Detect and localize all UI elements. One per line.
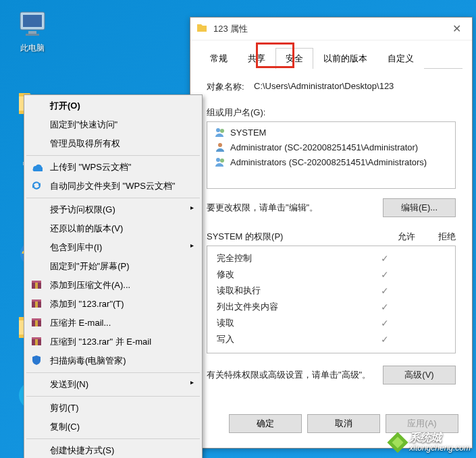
svg-rect-19 <box>32 337 41 339</box>
menu-include-lib[interactable]: 包含到库中(I) <box>26 238 201 257</box>
group-icon <box>214 126 226 138</box>
rar-icon <box>30 335 43 348</box>
close-button[interactable]: ✕ <box>441 18 472 40</box>
principal-administrator[interactable]: Administrator (SC-202008251451\Administr… <box>207 140 455 154</box>
perm-read-execute: 读取和执行✓ <box>207 283 455 299</box>
svg-rect-14 <box>35 302 38 308</box>
principals-list[interactable]: SYSTEM Administrator (SC-202008251451\Ad… <box>207 121 456 189</box>
menu-compress-123-email[interactable]: 压缩到 "123.rar" 并 E-mail <box>26 333 201 351</box>
svg-point-22 <box>220 129 224 133</box>
svg-rect-10 <box>32 281 41 283</box>
edit-hint: 要更改权限，请单击"编辑"。 <box>207 202 318 214</box>
menu-open[interactable]: 打开(O) <box>26 96 201 115</box>
edit-button[interactable]: 编辑(E)... <box>383 198 456 217</box>
cancel-button[interactable]: 取消 <box>307 414 380 433</box>
properties-dialog: 123 属性 ✕ 常规 共享 安全 以前的版本 自定义 对象名称: C:\Use… <box>190 17 473 449</box>
principal-system[interactable]: SYSTEM <box>207 125 455 140</box>
svg-rect-1 <box>23 15 42 27</box>
menu-compress-email[interactable]: 压缩并 E-mail... <box>26 314 201 333</box>
menu-add-123rar[interactable]: 添加到 "123.rar"(T) <box>26 295 201 314</box>
desktop-pc-icon[interactable]: 此电脑 <box>7 8 58 54</box>
perm-read: 读取✓ <box>207 315 455 331</box>
svg-rect-3 <box>26 34 39 36</box>
svg-point-24 <box>216 158 220 162</box>
svg-point-25 <box>220 159 224 163</box>
perm-modify: 修改✓ <box>207 266 455 283</box>
menu-separator <box>26 438 200 439</box>
object-name-label: 对象名称: <box>207 81 254 93</box>
check-icon: ✓ <box>365 318 405 328</box>
group-icon <box>214 156 226 168</box>
svg-point-23 <box>218 143 222 147</box>
tab-general[interactable]: 常规 <box>200 48 238 69</box>
rar-icon <box>30 316 43 329</box>
menu-separator <box>26 198 200 198</box>
check-icon: ✓ <box>365 302 405 312</box>
object-path: C:\Users\Administrator\Desktop\123 <box>254 81 456 93</box>
svg-rect-11 <box>35 283 38 289</box>
check-icon: ✓ <box>365 285 405 296</box>
shield-icon <box>30 353 43 367</box>
menu-restore-version[interactable]: 还原以前的版本(V) <box>26 219 201 238</box>
watermark-title: 系统城 <box>409 432 471 444</box>
menu-scan-virus[interactable]: 扫描病毒(电脑管家) <box>26 351 201 370</box>
tabs: 常规 共享 安全 以前的版本 自定义 <box>200 47 462 69</box>
context-menu: 打开(O) 固定到"快速访问" 管理员取得所有权 上传到 "WPS云文档" 自动… <box>24 94 203 458</box>
menu-separator <box>26 372 200 373</box>
titlebar[interactable]: 123 属性 ✕ <box>190 18 472 40</box>
menu-shortcut[interactable]: 创建快捷方式(S) <box>26 441 201 458</box>
ok-button[interactable]: 确定 <box>229 414 302 433</box>
menu-pin-start[interactable]: 固定到"开始"屏幕(P) <box>26 257 201 276</box>
menu-copy[interactable]: 复制(C) <box>26 418 201 436</box>
dialog-footer: 确定 取消 应用(A) <box>190 414 472 433</box>
svg-rect-16 <box>32 318 41 320</box>
watermark-url: xitongcheng.com <box>409 444 471 453</box>
group-users-label: 组或用户名(G): <box>207 107 456 119</box>
check-icon: ✓ <box>365 253 405 264</box>
tab-previous-versions[interactable]: 以前的版本 <box>313 48 377 69</box>
permissions-list[interactable]: 完全控制✓ 修改✓ 读取和执行✓ 列出文件夹内容✓ 读取✓ 写入✓ <box>207 246 456 353</box>
perm-list-folder: 列出文件夹内容✓ <box>207 299 455 315</box>
allow-column: 允许 <box>398 231 415 243</box>
check-icon: ✓ <box>365 334 405 345</box>
svg-rect-2 <box>28 31 36 34</box>
watermark-logo-icon <box>388 432 408 453</box>
apply-button[interactable]: 应用(A) <box>386 414 458 433</box>
menu-add-archive[interactable]: 添加到压缩文件(A)... <box>26 276 201 295</box>
rar-icon <box>30 297 43 310</box>
sync-icon <box>30 179 43 192</box>
perm-write: 写入✓ <box>207 331 455 347</box>
menu-send-to[interactable]: 发送到(N) <box>26 375 201 394</box>
menu-upload-wps[interactable]: 上传到 "WPS云文档" <box>26 158 201 177</box>
svg-point-21 <box>216 128 220 132</box>
svg-rect-20 <box>35 339 38 345</box>
svg-rect-13 <box>32 299 41 302</box>
deny-column: 拒绝 <box>438 231 456 243</box>
cloud-upload-icon <box>30 160 43 173</box>
menu-grant-access[interactable]: 授予访问权限(G) <box>26 200 201 219</box>
desktop-pc-label: 此电脑 <box>20 43 45 53</box>
dialog-title: 123 属性 <box>213 23 441 35</box>
check-icon: ✓ <box>365 269 405 280</box>
title-folder-icon <box>196 22 208 36</box>
menu-separator <box>26 396 200 397</box>
tab-security[interactable]: 安全 <box>275 48 313 69</box>
principal-administrators[interactable]: Administrators (SC-202008251451\Administ… <box>207 154 455 169</box>
menu-pin-quick[interactable]: 固定到"快速访问" <box>26 115 201 134</box>
menu-separator <box>26 155 200 156</box>
watermark: 系统城 xitongcheng.com <box>390 432 471 453</box>
advanced-hint: 有关特殊权限或高级设置，请单击"高级"。 <box>207 369 371 381</box>
rar-icon <box>30 278 43 291</box>
permissions-title: SYSTEM 的权限(P) <box>207 231 283 243</box>
menu-sync-wps[interactable]: 自动同步文件夹到 "WPS云文档" <box>26 177 201 196</box>
computer-icon <box>16 8 49 40</box>
user-icon <box>214 141 226 153</box>
advanced-button[interactable]: 高级(V) <box>383 366 456 384</box>
tab-custom[interactable]: 自定义 <box>377 48 424 69</box>
tab-share[interactable]: 共享 <box>238 48 275 69</box>
menu-cut[interactable]: 剪切(T) <box>26 399 201 418</box>
svg-rect-17 <box>35 320 38 326</box>
dialog-body: 对象名称: C:\Users\Administrator\Desktop\123… <box>190 69 472 414</box>
menu-admin-own[interactable]: 管理员取得所有权 <box>26 134 201 153</box>
perm-full-control: 完全控制✓ <box>207 250 455 266</box>
